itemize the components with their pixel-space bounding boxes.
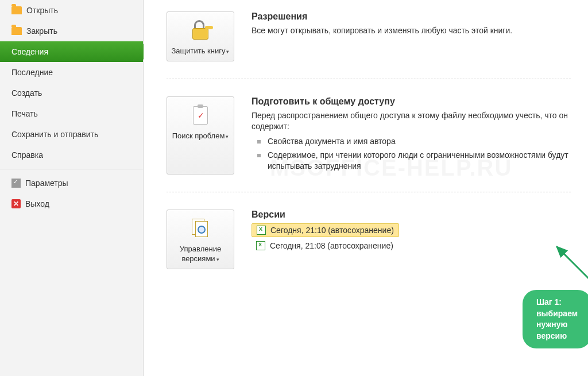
section-divider (167, 79, 571, 79)
backstage-main: MSOFFICE-HELP.RU Защитить книгу▾ Разреше… (144, 0, 588, 376)
excel-file-icon (257, 226, 266, 235)
manage-versions-button[interactable]: Управление версиями▾ (167, 210, 234, 269)
lock-icon (171, 18, 230, 43)
chevron-down-icon: ▾ (226, 134, 229, 139)
protect-workbook-button[interactable]: Защитить книгу▾ (167, 11, 234, 61)
versions-title: Версии (252, 210, 571, 220)
prepare-bullets: Свойства документа и имя автора Содержим… (252, 136, 571, 172)
sidebar-divider (0, 169, 143, 169)
button-label: Защитить книгу (172, 46, 226, 55)
sidebar-item-new[interactable]: Создать (0, 83, 143, 103)
step-callout: Шаг 1: выбираем нужную версию (523, 290, 588, 348)
sidebar-item-label: Печать (11, 109, 38, 118)
sidebar-item-label: Сведения (11, 47, 48, 56)
sidebar-item-label: Выход (25, 199, 49, 208)
sidebar-item-label: Последние (11, 68, 53, 77)
permissions-section: Защитить книгу▾ Разрешения Все могут отк… (167, 11, 571, 61)
sidebar-item-exit[interactable]: ✕ Выход (0, 193, 143, 214)
versions-section: Управление версиями▾ Версии Сегодня, 21:… (167, 210, 571, 269)
button-label: Поиск проблем (172, 131, 225, 140)
permissions-desc: Все могут открывать, копировать и изменя… (252, 25, 571, 37)
sidebar-item-label: Сохранить и отправить (11, 130, 98, 139)
sidebar-item-recent[interactable]: Последние (0, 62, 143, 83)
chevron-down-icon: ▾ (226, 49, 229, 55)
prepare-desc: Перед распространением общего доступа к … (252, 110, 571, 133)
prepare-bullet: Содержимое, при чтении которого люди с о… (252, 150, 571, 172)
sidebar-item-help[interactable]: Справка (0, 145, 143, 165)
prepare-title: Подготовить к общему доступу (252, 96, 571, 107)
version-item-label: Сегодня, 21:10 (автосохранение) (270, 226, 394, 235)
button-label: Управление версиями (180, 245, 221, 263)
exit-icon: ✕ (11, 199, 21, 208)
options-icon (11, 179, 21, 188)
sidebar-item-label: Справка (11, 150, 43, 160)
backstage-sidebar: Открыть Закрыть Сведения Последние Созда… (0, 0, 144, 376)
version-item[interactable]: Сегодня, 21:10 (автосохранение) (252, 223, 399, 237)
clipboard-check-icon (171, 103, 230, 128)
sidebar-item-save-send[interactable]: Сохранить и отправить (0, 124, 143, 145)
sidebar-item-options[interactable]: Параметры (0, 173, 143, 193)
sidebar-item-label: Открыть (26, 6, 58, 15)
sidebar-item-info[interactable]: Сведения (0, 41, 143, 62)
prepare-section: Поиск проблем▾ Подготовить к общему дост… (167, 96, 571, 175)
sidebar-item-open[interactable]: Открыть (0, 0, 143, 21)
sidebar-item-print[interactable]: Печать (0, 103, 143, 124)
version-item-label: Сегодня, 21:08 (автосохранение) (270, 241, 393, 250)
version-item[interactable]: Сегодня, 21:08 (автосохранение) (252, 239, 398, 252)
prepare-bullet: Свойства документа и имя автора (252, 136, 571, 148)
folder-open-icon (11, 6, 22, 14)
check-issues-button[interactable]: Поиск проблем▾ (167, 96, 234, 175)
section-divider (167, 192, 571, 192)
folder-closed-icon (11, 27, 22, 35)
permissions-title: Разрешения (252, 11, 571, 22)
callout-line1: Шаг 1: (536, 297, 578, 308)
sidebar-item-label: Параметры (25, 179, 68, 188)
sidebar-item-label: Закрыть (26, 26, 57, 36)
versions-icon (171, 216, 230, 241)
sidebar-item-close[interactable]: Закрыть (0, 21, 143, 41)
sidebar-item-label: Создать (11, 88, 42, 98)
excel-file-icon (256, 241, 265, 250)
callout-line2: выбираем нужную версию (536, 308, 578, 342)
chevron-down-icon: ▾ (216, 257, 219, 262)
